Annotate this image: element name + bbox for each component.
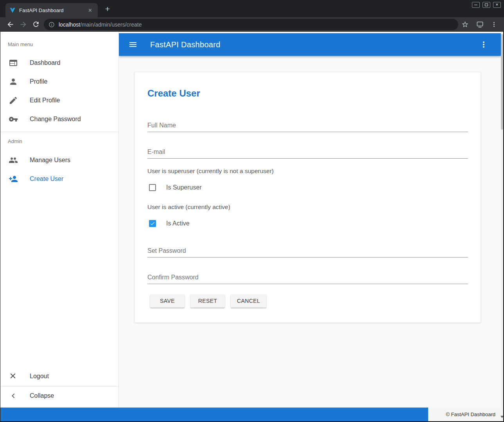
window-frame-left: [0, 32, 0, 422]
checkbox-unchecked-icon[interactable]: [149, 184, 156, 191]
set-password-input[interactable]: [147, 244, 468, 257]
maximize-button[interactable]: [482, 2, 490, 8]
is-active-checkbox[interactable]: Is Active: [149, 220, 190, 227]
create-user-card: Create User User is superuser (currently…: [135, 72, 481, 323]
full-name-field: [147, 119, 468, 132]
sidebar-item-logout[interactable]: Logout: [0, 367, 118, 386]
sidebar-item-label: Dashboard: [30, 59, 60, 66]
email-field: [147, 145, 468, 159]
hamburger-icon: [128, 40, 138, 49]
sidebar-item-label: Create User: [30, 175, 63, 182]
is-superuser-checkbox[interactable]: Is Superuser: [149, 184, 202, 191]
minimize-button[interactable]: [472, 2, 480, 8]
sidebar-item-label: Edit Profile: [30, 97, 60, 104]
sidebar-item-collapse[interactable]: Collapse: [0, 386, 118, 405]
superuser-hint: User is superuser (currently is not a su…: [147, 168, 274, 175]
reset-button[interactable]: RESET: [190, 294, 225, 308]
confirm-password-field: [147, 271, 468, 284]
tab-close-icon[interactable]: ✕: [86, 7, 94, 14]
sidebar-item-profile[interactable]: Profile: [0, 72, 118, 91]
url-host: localhost: [59, 21, 80, 28]
minimize-icon: [474, 5, 477, 5]
kebab-menu-icon: [490, 21, 498, 28]
active-hint: User is active (currently active): [147, 204, 230, 211]
pencil-icon: [9, 96, 18, 105]
page-title: Create User: [147, 88, 200, 99]
sidebar-item-label: Change Password: [30, 116, 81, 123]
sidebar-divider: [0, 132, 118, 132]
tab-title: FastAPI Dashboard: [19, 7, 86, 13]
browser-tabstrip: FastAPI Dashboard ✕ + ✕: [0, 0, 504, 17]
side-panel-button[interactable]: [476, 21, 484, 28]
sidebar-item-label: Profile: [30, 78, 47, 85]
sidebar-item-dashboard[interactable]: Dashboard: [0, 54, 118, 72]
checkbox-label: Is Superuser: [166, 184, 202, 191]
sidebar-item-manage-users[interactable]: Manage Users: [0, 151, 118, 170]
email-input[interactable]: [147, 145, 468, 159]
full-name-input[interactable]: [147, 119, 468, 132]
people-icon: [9, 156, 18, 165]
browser-menu-button[interactable]: [490, 21, 498, 28]
reload-icon: [32, 20, 40, 28]
person-add-icon: [9, 174, 18, 184]
window-controls: ✕: [472, 2, 501, 8]
form-actions: SAVE RESET CANCEL: [150, 294, 266, 308]
app-bar: FastAPI Dashboard: [119, 33, 501, 56]
sidebar-item-change-password[interactable]: Change Password: [0, 110, 118, 129]
footer-bar: © FastAPI Dashboard: [0, 408, 501, 421]
checkbox-checked-icon[interactable]: [149, 220, 156, 227]
main-area: FastAPI Dashboard Create User User is su…: [119, 32, 501, 408]
confirm-password-input[interactable]: [147, 271, 468, 284]
close-window-button[interactable]: ✕: [493, 2, 501, 8]
bookmark-star-icon: [461, 21, 469, 28]
sidebar-item-edit-profile[interactable]: Edit Profile: [0, 91, 118, 110]
dashboard-icon: [9, 58, 18, 68]
url-path: /main/admin/users/create: [80, 21, 142, 28]
forward-icon: [19, 20, 27, 29]
sidebar-item-label: Logout: [30, 373, 49, 380]
browser-tab[interactable]: FastAPI Dashboard ✕: [5, 3, 98, 17]
url-text: localhost/main/admin/users/create: [59, 21, 142, 28]
forward-button[interactable]: [19, 20, 27, 29]
appbar-title: FastAPI Dashboard: [150, 40, 221, 49]
maximize-icon: [485, 4, 488, 6]
vuetify-favicon-icon: [9, 7, 16, 13]
sidebar: Main menu Dashboard Profile Edit Profile…: [0, 32, 119, 408]
side-panel-icon: [476, 21, 484, 28]
sidebar-item-create-user[interactable]: Create User: [0, 170, 118, 188]
check-icon: [150, 221, 155, 226]
chevron-left-icon: [9, 391, 18, 401]
site-info-icon[interactable]: [48, 21, 55, 28]
cancel-button[interactable]: CANCEL: [231, 294, 266, 308]
close-icon: [9, 372, 18, 381]
sidebar-item-label: Manage Users: [30, 157, 70, 164]
set-password-field: [147, 244, 468, 257]
kebab-menu-icon: [479, 40, 488, 49]
bookmark-button[interactable]: [461, 21, 469, 28]
checkbox-label: Is Active: [166, 220, 190, 227]
page: Main menu Dashboard Profile Edit Profile…: [0, 32, 504, 422]
key-icon: [9, 114, 18, 124]
sidebar-section-main: Main menu: [8, 41, 33, 47]
back-button[interactable]: [6, 20, 14, 29]
new-tab-button[interactable]: +: [102, 4, 113, 14]
footer-copyright: © FastAPI Dashboard: [428, 408, 501, 421]
browser-toolbar: localhost/main/admin/users/create: [0, 17, 504, 32]
person-icon: [9, 77, 18, 86]
sidebar-section-admin: Admin: [8, 138, 22, 144]
sidebar-item-label: Collapse: [30, 392, 54, 399]
address-bar[interactable]: localhost/main/admin/users/create: [44, 19, 458, 30]
back-icon: [6, 20, 14, 29]
reload-button[interactable]: [32, 20, 40, 29]
hamburger-menu-button[interactable]: [128, 40, 138, 49]
appbar-overflow-button[interactable]: [479, 40, 488, 49]
save-button[interactable]: SAVE: [150, 294, 185, 308]
